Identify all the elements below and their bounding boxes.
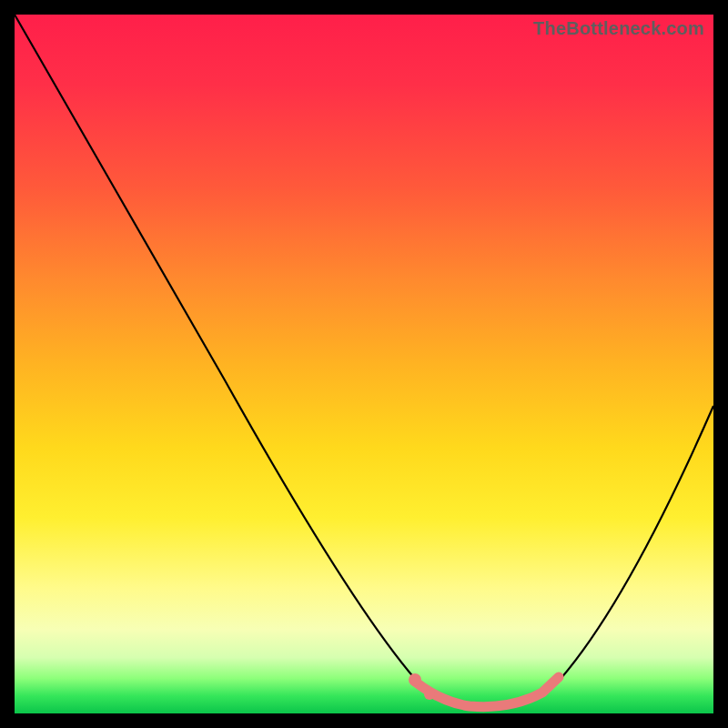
optimal-range-dot-left bbox=[409, 673, 421, 686]
curve-layer bbox=[15, 15, 713, 713]
optimal-range-marker bbox=[415, 677, 559, 707]
chart-stage: TheBottleneck.com bbox=[0, 0, 728, 728]
optimal-range-dot-left-2 bbox=[424, 689, 435, 700]
gradient-plot-area: TheBottleneck.com bbox=[15, 15, 713, 713]
bottleneck-curve bbox=[15, 15, 713, 709]
